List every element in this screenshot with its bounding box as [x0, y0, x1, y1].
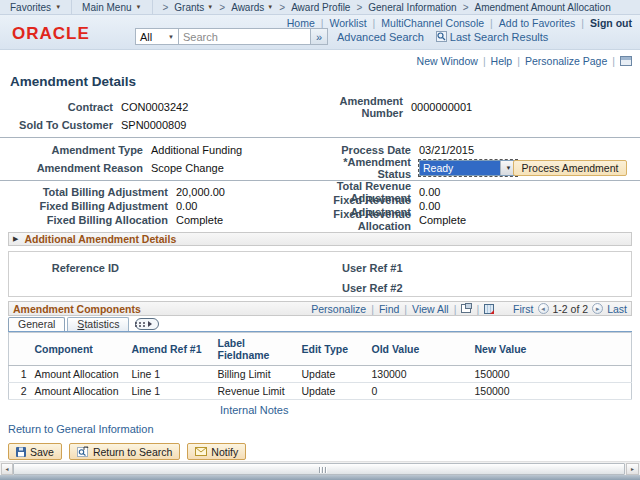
- amendment-status-label: *Amendment Status: [311, 156, 411, 180]
- main-content: Amendment Details Contract CON0003242 Am…: [0, 74, 640, 460]
- separator: |: [476, 303, 479, 315]
- page-toolbar: New Window | Help | Personalize Page |: [0, 54, 640, 68]
- new-window-link[interactable]: New Window: [417, 55, 478, 67]
- amendment-status-selected-value: Ready: [420, 161, 500, 175]
- personalize-layout-icon[interactable]: [620, 56, 632, 66]
- scroll-right-button[interactable]: ►: [626, 463, 639, 475]
- edit-type-cell: Update: [298, 383, 368, 400]
- fixed-revenue-allocation-value: Complete: [411, 214, 466, 226]
- amendment-components-title: Amendment Components: [13, 303, 141, 315]
- grid-pager: First ◄ 1-2 of 2 ► Last: [513, 303, 627, 315]
- total-revenue-adjustment-value: 0.00: [411, 186, 440, 198]
- edit-type-header[interactable]: Edit Type: [298, 333, 368, 366]
- new-value-cell: 150000: [471, 383, 632, 400]
- previous-page-button[interactable]: ◄: [538, 303, 549, 314]
- label-fieldname-header[interactable]: Label Fieldname: [214, 333, 298, 366]
- row-number: 2: [9, 383, 31, 400]
- save-label: Save: [30, 446, 54, 458]
- main-menu-label: Main Menu: [82, 2, 131, 13]
- chevron-down-icon: ▼: [267, 4, 273, 10]
- sign-out-link[interactable]: Sign out: [590, 17, 632, 29]
- internal-notes-link[interactable]: Internal Notes: [220, 404, 288, 416]
- sold-to-customer-value: SPN0000809: [113, 119, 303, 131]
- breadcrumb-grants[interactable]: Grants ▼: [174, 2, 213, 13]
- amendment-reason-label: Amendment Reason: [8, 162, 143, 174]
- return-to-search-icon: [77, 446, 89, 457]
- separator: |: [612, 55, 615, 67]
- new-value-cell: 150000: [471, 366, 632, 383]
- notify-button[interactable]: Notify: [187, 443, 246, 460]
- separator: |: [371, 303, 374, 315]
- total-billing-adjustment-value: 20,000.00: [168, 186, 316, 198]
- old-value-cell: 130000: [368, 366, 471, 383]
- arrow-right-icon: ►: [630, 466, 635, 472]
- next-page-button[interactable]: ►: [592, 303, 603, 314]
- scroll-left-button[interactable]: ◄: [1, 463, 13, 475]
- personalize-link[interactable]: Personalize: [311, 303, 366, 315]
- help-link[interactable]: Help: [491, 55, 513, 67]
- search-go-button[interactable]: »: [311, 28, 328, 45]
- find-link[interactable]: Find: [379, 303, 399, 315]
- advanced-search-link[interactable]: Advanced Search: [337, 31, 424, 43]
- amend-ref-header[interactable]: Amend Ref #1: [128, 333, 214, 366]
- fixed-billing-adjustment-value: 0.00: [168, 200, 316, 212]
- search-input[interactable]: [179, 28, 311, 45]
- last-search-results-link[interactable]: Last Search Results: [450, 31, 548, 43]
- separator: |: [517, 55, 520, 67]
- process-amendment-button[interactable]: Process Amendment: [513, 160, 627, 176]
- fixed-billing-allocation-value: Complete: [168, 214, 316, 226]
- amend-ref-cell: Line 1: [128, 366, 214, 383]
- return-to-general-information-link[interactable]: Return to General Information: [8, 423, 640, 435]
- sold-to-customer-label: Sold To Customer: [8, 119, 113, 131]
- additional-amendment-details-header[interactable]: ▶ Additional Amendment Details: [8, 232, 632, 246]
- separator: |: [404, 303, 407, 315]
- tab-statistics[interactable]: Statistics: [67, 317, 129, 331]
- components-tab-strip: General Statistics: [8, 317, 632, 332]
- new-value-header[interactable]: New Value: [471, 333, 632, 366]
- main-menu[interactable]: Main Menu ▼: [72, 0, 152, 14]
- breadcrumb-separator: >: [219, 2, 225, 13]
- window-bottom-edge: [0, 475, 640, 480]
- amendment-reason-value: Scope Change: [143, 162, 311, 174]
- horizontal-scrollbar[interactable]: ◄ ►: [0, 461, 640, 475]
- notify-label: Notify: [211, 446, 238, 458]
- breadcrumb-awards[interactable]: Awards ▼: [231, 2, 273, 13]
- zoom-grid-icon[interactable]: [461, 304, 471, 313]
- old-value-header[interactable]: Old Value: [368, 333, 471, 366]
- amendment-status-select[interactable]: Ready ▼: [419, 160, 517, 176]
- double-chevron-icon: »: [316, 31, 322, 43]
- breadcrumb-separator: >: [356, 2, 362, 13]
- save-button[interactable]: Save: [8, 443, 62, 460]
- reference-groupbox: Reference ID User Ref #1 User Ref #2: [8, 251, 632, 297]
- view-all-link[interactable]: View All: [412, 303, 449, 315]
- amendment-number-value: 0000000001: [403, 101, 472, 113]
- return-to-search-button[interactable]: Return to Search: [69, 443, 180, 460]
- breadcrumb-general-information[interactable]: General Information: [368, 2, 456, 13]
- grid-header-row: Component Amend Ref #1 Label Fieldname E…: [9, 333, 632, 366]
- favorites-menu[interactable]: Favorites ▼: [0, 0, 72, 14]
- breadcrumb: Favorites ▼ Main Menu ▼ > Grants ▼ > Awa…: [0, 0, 640, 15]
- breadcrumb-label: Awards: [231, 2, 264, 13]
- table-row: 2 Amount Allocation Line 1 Revenue Limit…: [9, 383, 632, 400]
- scrollbar-thumb[interactable]: [13, 463, 625, 475]
- amendment-type-label: Amendment Type: [8, 144, 143, 156]
- breadcrumb-separator: >: [163, 2, 169, 13]
- search-scope-dropdown[interactable]: All ▼: [135, 28, 179, 45]
- breadcrumb-label: Grants: [174, 2, 204, 13]
- tab-general[interactable]: General: [8, 317, 65, 331]
- breadcrumb-separator: >: [279, 2, 285, 13]
- edit-type-cell: Update: [298, 366, 368, 383]
- personalize-page-link[interactable]: Personalize Page: [525, 55, 607, 67]
- chevron-down-icon: ▼: [136, 4, 142, 10]
- breadcrumb-award-profile[interactable]: Award Profile: [291, 2, 350, 13]
- scrollbar-grip: [319, 467, 320, 473]
- show-all-columns-icon[interactable]: [135, 318, 159, 330]
- download-to-excel-icon[interactable]: [484, 304, 494, 314]
- return-to-search-label: Return to Search: [93, 446, 172, 458]
- separator: |: [483, 55, 486, 67]
- contract-label: Contract: [8, 101, 113, 113]
- expand-icon[interactable]: ▶: [13, 235, 18, 243]
- component-header[interactable]: Component: [31, 333, 128, 366]
- contract-value: CON0003242: [113, 101, 303, 113]
- components-grid: Component Amend Ref #1 Label Fieldname E…: [8, 332, 632, 400]
